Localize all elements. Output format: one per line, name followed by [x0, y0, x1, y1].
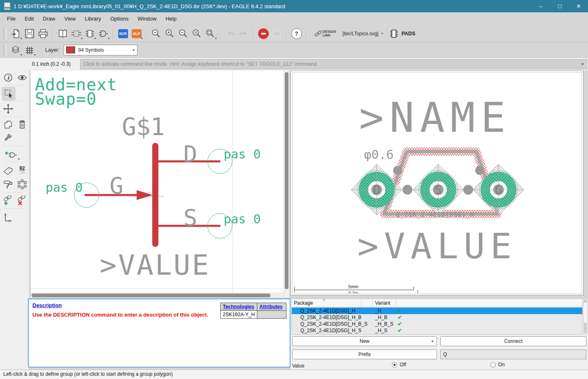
- group-tool-button[interactable]: [2, 87, 15, 100]
- eye-icon: [17, 73, 27, 83]
- go-icon: GO: [272, 28, 282, 39]
- symbol-hscrollbar[interactable]: [31, 293, 284, 298]
- layer-label: Layer:: [45, 47, 59, 53]
- redo-button[interactable]: [237, 27, 250, 40]
- attribute-value[interactable]: [257, 311, 286, 319]
- script-button[interactable]: SCR: [116, 27, 130, 40]
- move-tool-button[interactable]: [2, 103, 14, 115]
- package-value-text: >VALUE: [357, 225, 517, 266]
- toolbar-grip[interactable]: [3, 28, 7, 39]
- toolbar-separator: [53, 28, 53, 40]
- zoom-out-button[interactable]: [176, 27, 190, 40]
- menu-bar: File Edit Draw View Library Options Wind…: [0, 12, 588, 25]
- menu-item-edit[interactable]: Edit: [20, 14, 38, 23]
- layer-settings-button[interactable]: ▾: [9, 43, 23, 57]
- stop-button[interactable]: [256, 27, 270, 40]
- zoom-select-button[interactable]: ▾: [204, 27, 217, 40]
- new-package-button[interactable]: New ▾: [292, 336, 437, 346]
- table-row[interactable]: Q_2SK_2-4E1D[DSG]_H _H ✔: [292, 308, 582, 314]
- design-link-button[interactable]: DESIGN LINK: [314, 30, 336, 37]
- table-row[interactable]: Q_2SK_2-4E1D[DSG]_H_B _H_B ✔: [292, 314, 582, 321]
- menu-item-options[interactable]: Options: [105, 14, 133, 23]
- layer-select[interactable]: 94 Symbols ▾: [64, 45, 137, 55]
- polygon-tool-button[interactable]: [16, 178, 28, 191]
- symbol-editor-canvas[interactable]: Add=next Swap=0 G$1 D G S pas 0 pas 0 pa…: [31, 71, 284, 293]
- go-button[interactable]: GO: [270, 27, 284, 40]
- pad-s: S: [413, 164, 464, 215]
- value-tool-button[interactable]: R210k: [16, 164, 28, 177]
- copy-tool-button[interactable]: [2, 118, 14, 131]
- grid-button[interactable]: ▾: [23, 43, 36, 57]
- name-tool-button[interactable]: [2, 164, 14, 177]
- technologies-header[interactable]: Technologies: [220, 303, 257, 311]
- variant-column-header[interactable]: Variant: [375, 300, 390, 306]
- undo-button[interactable]: [223, 27, 237, 40]
- description-link[interactable]: Description: [32, 302, 62, 308]
- device-tool-button[interactable]: ▾: [96, 27, 110, 40]
- value-on-radio[interactable]: On: [490, 362, 505, 368]
- help-button[interactable]: ?: [290, 27, 303, 40]
- info-tool-button[interactable]: i: [2, 71, 14, 84]
- technology-value[interactable]: 2SK192A-Y_H: [220, 311, 257, 319]
- table-row[interactable]: Q_2SK_2-4E1D[DSG]_H_B_S _H_B_S ✔: [292, 321, 582, 327]
- link-icon: [314, 30, 323, 37]
- vscroll-thumb[interactable]: [285, 72, 288, 289]
- panel-vscrollbar[interactable]: [284, 71, 289, 298]
- polygon-dots-icon: [17, 179, 27, 190]
- menu-item-draw[interactable]: Draw: [38, 14, 59, 23]
- close-button[interactable]: ✕: [569, 0, 588, 12]
- pads-label: PADS: [401, 31, 415, 37]
- connect-button[interactable]: Connect: [440, 336, 586, 346]
- change-tool-button[interactable]: [2, 132, 14, 145]
- coordinate-display: 0.1 inch (0.2 -0.3): [32, 61, 71, 67]
- package-drawing: >NAME φ0.6 D: [293, 73, 581, 293]
- ulp-button[interactable]: ULP ▾: [130, 27, 143, 40]
- zoom-fit-button[interactable]: [149, 27, 163, 40]
- help-icon: ?: [291, 28, 302, 39]
- table-header-row: Package ∧ Variant: [292, 299, 582, 307]
- package-tool-button[interactable]: ▾: [83, 27, 96, 40]
- check-icon: ✔: [398, 321, 402, 327]
- add-part-tool-button[interactable]: ▾: [2, 149, 20, 161]
- menu-item-view[interactable]: View: [60, 14, 80, 23]
- pin-name-s: S: [183, 204, 197, 231]
- minimize-button[interactable]: –: [531, 0, 550, 12]
- table-row[interactable]: Q_2SK_2-4E1D[DSG]_H_S _H_S ✔: [292, 327, 582, 334]
- menu-item-window[interactable]: Window: [133, 14, 161, 23]
- link-remove-tool-button[interactable]: [16, 195, 28, 207]
- radio-unselected-icon: [490, 362, 496, 368]
- table-vscrollbar[interactable]: ▲: [583, 299, 588, 335]
- command-line-input[interactable]: Click to activate command line mode. Hin…: [80, 59, 587, 69]
- show-tool-button[interactable]: [16, 71, 28, 84]
- prefix-value-field[interactable]: Q: [440, 349, 586, 359]
- toolbar-grip[interactable]: [3, 45, 7, 55]
- attributes-header[interactable]: Attributes: [257, 303, 286, 311]
- scroll-up-button[interactable]: ▲: [583, 299, 587, 303]
- footprint-label-text: Q_2SK_2-4E1D[DSG]_H: [396, 211, 474, 218]
- menu-item-file[interactable]: File: [2, 14, 20, 23]
- package-preview-panel[interactable]: >NAME φ0.6 D: [291, 71, 583, 295]
- maximize-button[interactable]: □: [550, 0, 569, 12]
- prefix-button[interactable]: Prefix: [292, 349, 437, 359]
- link-add-tool-button[interactable]: [2, 195, 14, 207]
- paint-tool-button[interactable]: [2, 178, 14, 191]
- symbol-tool-button[interactable]: ▾: [69, 27, 83, 40]
- save-button[interactable]: [23, 27, 36, 40]
- menu-item-help[interactable]: Help: [161, 14, 181, 23]
- dimension-tool-button[interactable]: [2, 211, 14, 223]
- package-column-header[interactable]: Package: [294, 300, 313, 306]
- zoom-redraw-button[interactable]: [190, 27, 204, 40]
- delete-tool-button[interactable]: [16, 118, 28, 131]
- zoom-in-button[interactable]: [163, 27, 176, 40]
- open-button[interactable]: ▾: [9, 27, 23, 40]
- menu-item-library[interactable]: Library: [80, 14, 106, 23]
- hscroll-thumb[interactable]: [32, 294, 270, 297]
- print-button[interactable]: [36, 27, 50, 40]
- table-scroll-thumb[interactable]: [584, 323, 587, 333]
- library-button[interactable]: [56, 27, 69, 40]
- pads-export-button[interactable]: [389, 27, 399, 40]
- value-off-radio[interactable]: Off: [392, 362, 406, 368]
- ulp-icon: ULP: [132, 29, 142, 38]
- sort-ascending-icon: ∧: [323, 298, 325, 302]
- ltspice-export-button[interactable]: [bin/LTspice.svg]: [343, 31, 379, 37]
